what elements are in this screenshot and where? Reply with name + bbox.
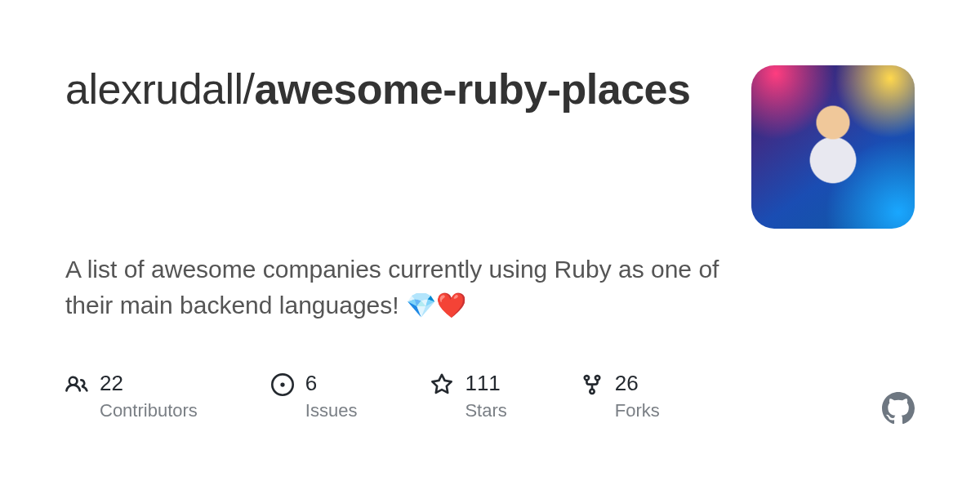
- repo-name-part1: awesome: [255, 65, 443, 113]
- github-logo-icon: [882, 392, 915, 425]
- repo-slash: /: [243, 65, 255, 113]
- stat-text: 6 Issues: [305, 372, 358, 421]
- avatar[interactable]: [751, 65, 915, 229]
- stat-contributors[interactable]: 22 Contributors: [65, 372, 198, 421]
- header-row: alexrudall/awesome-ruby-places: [65, 65, 915, 229]
- star-icon: [430, 373, 453, 396]
- issues-value: 6: [305, 372, 358, 395]
- stats-row: 22 Contributors 6 Issues 111 Stars: [65, 372, 915, 425]
- contributors-icon: [65, 373, 88, 396]
- stat-issues[interactable]: 6 Issues: [271, 372, 358, 421]
- repo-title[interactable]: alexrudall/awesome-ruby-places: [65, 65, 719, 114]
- title-block: alexrudall/awesome-ruby-places: [65, 65, 751, 114]
- repo-name-part2: ruby-places: [457, 65, 690, 113]
- contributors-value: 22: [100, 372, 198, 395]
- stat-text: 22 Contributors: [100, 372, 198, 421]
- stars-label: Stars: [465, 400, 506, 421]
- stat-forks[interactable]: 26 Forks: [581, 372, 660, 421]
- repo-owner: alexrudall: [65, 65, 243, 113]
- stars-value: 111: [465, 372, 506, 395]
- stat-text: 26 Forks: [615, 372, 660, 421]
- repo-social-card: alexrudall/awesome-ruby-places A list of…: [65, 65, 915, 425]
- repo-description: A list of awesome companies currently us…: [65, 252, 735, 323]
- issues-icon: [271, 373, 294, 396]
- issues-label: Issues: [305, 400, 358, 421]
- contributors-label: Contributors: [100, 400, 198, 421]
- forks-value: 26: [615, 372, 660, 395]
- stat-text: 111 Stars: [465, 372, 506, 421]
- forks-label: Forks: [615, 400, 660, 421]
- fork-icon: [581, 373, 604, 396]
- repo-name-hyphen: -: [443, 65, 457, 113]
- stat-stars[interactable]: 111 Stars: [430, 372, 506, 421]
